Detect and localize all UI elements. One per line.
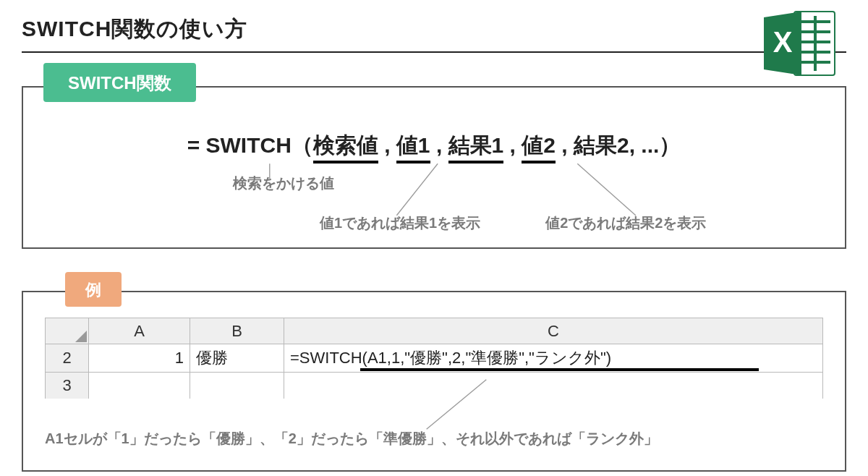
cell-b2: 優勝 (190, 344, 284, 373)
svg-text:X: X (773, 26, 793, 58)
syntax-sep3: , (503, 133, 522, 157)
cell-b3 (190, 373, 284, 399)
title-divider (22, 51, 846, 53)
cell-a2: 1 (89, 344, 190, 373)
excel-icon: X (760, 7, 839, 82)
page-title: SWITCH関数の使い方 (22, 14, 846, 44)
badge-switch: SWITCH関数 (43, 63, 196, 102)
section-syntax: SWITCH関数 = SWITCH（検索値 , 値1 , 結果1 , 値2 , … (22, 53, 846, 249)
col-header-c: C (284, 318, 823, 344)
annotation-1: 検索をかける値 (45, 174, 823, 193)
annotation-2: 値1であれば結果1を表示 (320, 213, 480, 233)
table-row: 3 (46, 373, 823, 399)
syntax-sep1: , (378, 133, 396, 157)
col-header-b: B (190, 318, 284, 344)
table-row: 2 1 優勝 =SWITCH(A1,1,"優勝",2,"準優勝","ランク外") (46, 344, 823, 373)
annotation-3: 値2であれば結果2を表示 (545, 213, 706, 233)
syntax-suffix: ） (659, 133, 681, 157)
syntax-arg5: 結果2, ... (574, 133, 659, 157)
syntax-sep2: , (430, 133, 448, 157)
syntax-arg3: 結果1 (448, 131, 504, 163)
syntax-arg1: 検索値 (313, 131, 378, 163)
cell-c3 (284, 373, 823, 399)
section-example: 例 A B C 2 1 優勝 =SWITCH(A1,1,"優勝",2,"準優勝"… (22, 262, 846, 472)
example-box: A B C 2 1 優勝 =SWITCH(A1,1,"優勝",2,"準優勝","… (22, 291, 846, 472)
col-header-a: A (89, 318, 190, 344)
syntax-arg4: 値2 (522, 131, 556, 163)
page-header: SWITCH関数の使い方 X (22, 14, 846, 53)
example-annotation: A1セルが「1」だったら「優勝」、「2」だったら「準優勝」、それ以外であれば「ラ… (45, 429, 823, 449)
syntax-line: = SWITCH（検索値 , 値1 , 結果1 , 値2 , 結果2, ...） (45, 131, 823, 163)
syntax-prefix: = SWITCH（ (187, 133, 313, 157)
table-header-row: A B C (46, 318, 823, 344)
syntax-box: = SWITCH（検索値 , 値1 , 結果1 , 値2 , 結果2, ...）… (22, 86, 846, 249)
excel-table: A B C 2 1 優勝 =SWITCH(A1,1,"優勝",2,"準優勝","… (45, 318, 823, 399)
syntax-sep4: , (556, 133, 574, 157)
row-header-2: 2 (46, 344, 89, 373)
annotation-row-2: 値1であれば結果1を表示 値2であれば結果2を表示 (45, 213, 823, 233)
formula-underline (360, 368, 759, 371)
cell-c2-value: =SWITCH(A1,1,"優勝",2,"準優勝","ランク外") (290, 349, 611, 367)
syntax-arg2: 値1 (396, 131, 430, 163)
cell-c2: =SWITCH(A1,1,"優勝",2,"準優勝","ランク外") (284, 344, 823, 373)
cell-a3 (89, 373, 190, 399)
badge-example: 例 (65, 272, 122, 307)
row-header-3: 3 (46, 373, 89, 399)
table-corner (46, 318, 89, 344)
